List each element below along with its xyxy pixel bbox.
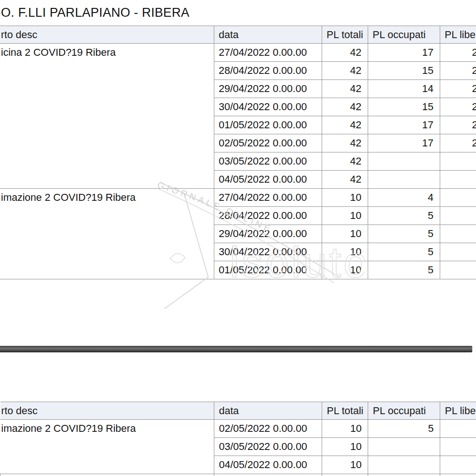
column-header-4: PL liberi: [440, 402, 476, 420]
column-header-4: PL liberi: [440, 26, 476, 44]
cell-data: 28/04/2022 0.00.00: [214, 62, 322, 80]
cell-pl-liberi: [440, 438, 476, 456]
column-header-1: data: [214, 26, 322, 44]
separator-bar: [0, 346, 472, 352]
cell-pl-totali: 42: [322, 134, 368, 152]
cell-data: 04/05/2022 0.00.00: [214, 171, 322, 189]
cell-data: 03/05/2022 0.00.00: [214, 152, 322, 171]
cell-data: 29/04/2022 0.00.00: [214, 225, 322, 243]
cell-pl-occupati: [368, 152, 440, 171]
cell-pl-totali: 10: [322, 261, 368, 279]
cell-pl-totali: 10: [322, 243, 368, 261]
column-header-0: rto desc: [0, 402, 214, 420]
cell-pl-liberi: [440, 171, 476, 189]
cell-pl-occupati: [368, 171, 440, 189]
cell-pl-occupati: 17: [368, 116, 440, 134]
cell-pl-occupati: 17: [368, 134, 440, 152]
beds-table-2: rto descdataPL totaliPL occupatiPL liber…: [0, 402, 476, 476]
cell-pl-liberi: 2: [440, 116, 476, 134]
cell-pl-totali: 42: [322, 98, 368, 116]
cell-reparto-desc: imazione 2 COVID?19 Ribera: [0, 420, 214, 474]
cell-pl-liberi: 2: [440, 98, 476, 116]
cell-empty: [440, 474, 476, 476]
cell-empty: [0, 474, 214, 476]
cell-pl-occupati: 5: [368, 243, 440, 261]
cell-data: 01/05/2022 0.00.00: [214, 261, 322, 279]
cell-pl-totali: 42: [322, 80, 368, 98]
cell-pl-occupati: 15: [368, 98, 440, 116]
cell-data: 27/04/2022 0.00.00: [214, 44, 322, 62]
cell-pl-liberi: [440, 456, 476, 474]
cell-pl-liberi: [440, 152, 476, 171]
cell-pl-occupati: [368, 456, 440, 474]
cell-data: 01/05/2022 0.00.00: [214, 116, 322, 134]
column-header-0: rto desc: [0, 26, 214, 44]
cell-empty: [214, 474, 322, 476]
cell-data: 04/05/2022 0.00.00: [214, 456, 322, 474]
table-row: imazione 2 COVID?19 Ribera02/05/2022 0.0…: [0, 420, 476, 438]
cell-pl-occupati: 4: [368, 189, 440, 207]
cell-pl-totali: 10: [322, 456, 368, 474]
cell-pl-totali: 10: [322, 438, 368, 456]
cell-data: 02/05/2022 0.00.00: [214, 420, 322, 438]
cell-pl-totali: 42: [322, 62, 368, 80]
column-header-2: PL totali: [322, 26, 368, 44]
cell-pl-liberi: 2: [440, 80, 476, 98]
column-header-1: data: [214, 402, 322, 420]
cell-pl-occupati: [368, 438, 440, 456]
cell-pl-totali: 42: [322, 44, 368, 62]
cell-data: 02/05/2022 0.00.00: [214, 134, 322, 152]
cell-pl-totali: 10: [322, 189, 368, 207]
cell-pl-totali: 42: [322, 171, 368, 189]
cell-pl-liberi: 2: [440, 62, 476, 80]
cell-data: 28/04/2022 0.00.00: [214, 207, 322, 225]
cell-pl-liberi: 2: [440, 134, 476, 152]
table-row: imazione 2 COVID?19 Ribera27/04/2022 0.0…: [0, 189, 476, 207]
column-header-3: PL occupati: [368, 402, 440, 420]
cell-pl-occupati: 5: [368, 225, 440, 243]
cell-pl-liberi: [440, 243, 476, 261]
cell-pl-totali: 42: [322, 152, 368, 171]
cell-pl-occupati: 14: [368, 80, 440, 98]
cell-pl-liberi: [440, 420, 476, 438]
cell-pl-occupati: 15: [368, 62, 440, 80]
table-header-row: rto descdataPL totaliPL occupatiPL liber…: [0, 402, 476, 420]
cell-pl-totali: 10: [322, 420, 368, 438]
cell-data: 30/04/2022 0.00.00: [214, 98, 322, 116]
cell-pl-occupati: 5: [368, 207, 440, 225]
cell-pl-totali: 10: [322, 225, 368, 243]
cell-pl-liberi: [440, 225, 476, 243]
column-header-3: PL occupati: [368, 26, 440, 44]
cell-pl-occupati: 5: [368, 420, 440, 438]
cell-pl-occupati: 17: [368, 44, 440, 62]
cell-data: 30/04/2022 0.00.00: [214, 243, 322, 261]
cell-data: 29/04/2022 0.00.00: [214, 80, 322, 98]
column-header-2: PL totali: [322, 402, 368, 420]
beds-table-1: rto descdataPL totaliPL occupatiPL liber…: [0, 26, 476, 279]
cell-pl-occupati: 5: [368, 261, 440, 279]
cell-pl-liberi: [440, 189, 476, 207]
report-page: { "page": { "title": "O. F.LLI PARLAPIAN…: [0, 0, 476, 476]
cell-pl-liberi: [440, 261, 476, 279]
cell-pl-totali: 42: [322, 116, 368, 134]
table-row-partial: [0, 474, 476, 476]
cell-data: 03/05/2022 0.00.00: [214, 438, 322, 456]
cell-empty: [322, 474, 368, 476]
cell-empty: [368, 474, 440, 476]
cell-pl-totali: 10: [322, 207, 368, 225]
table-row: icina 2 COVID?19 Ribera27/04/2022 0.00.0…: [0, 44, 476, 62]
cell-pl-liberi: [440, 207, 476, 225]
page-title: O. F.LLI PARLAPIANO - RIBERA: [1, 6, 190, 20]
cell-data: 27/04/2022 0.00.00: [214, 189, 322, 207]
cell-reparto-desc: imazione 2 COVID?19 Ribera: [0, 189, 214, 279]
cell-pl-liberi: 2: [440, 44, 476, 62]
cell-reparto-desc: icina 2 COVID?19 Ribera: [0, 44, 214, 189]
table-header-row: rto descdataPL totaliPL occupatiPL liber…: [0, 26, 476, 44]
